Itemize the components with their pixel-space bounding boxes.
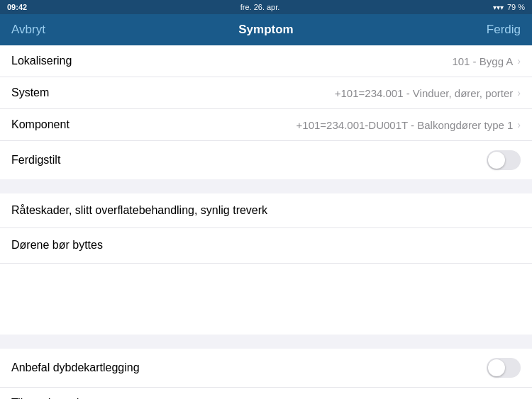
row-komponent[interactable]: Komponent +101=234.001-DU001T - Balkongd… bbox=[0, 109, 532, 141]
system-chevron: › bbox=[517, 87, 521, 99]
anbefal-toggle-knob bbox=[488, 359, 505, 376]
section-location: Lokalisering 101 - Bygg A › System +101=… bbox=[0, 45, 532, 179]
komponent-value: +101=234.001-DU001T - Balkongdører type … bbox=[297, 119, 521, 131]
row-lokalisering[interactable]: Lokalisering 101 - Bygg A › bbox=[0, 45, 532, 77]
row-anbefal[interactable]: Anbefal dybdekartlegging bbox=[0, 349, 532, 388]
symptom-text-2: Dørene bør byttes bbox=[11, 237, 521, 253]
status-bar: 09:42 fre. 26. apr. ▾▾▾ 79 % bbox=[0, 0, 532, 14]
text-row-2[interactable]: Dørene bør byttes bbox=[0, 228, 532, 263]
section-gap bbox=[0, 335, 532, 349]
nav-title: Symptom bbox=[61, 23, 471, 37]
done-button[interactable]: Ferdig bbox=[471, 23, 521, 37]
system-label: System bbox=[11, 86, 49, 99]
empty-text-area[interactable] bbox=[0, 264, 532, 335]
status-time: 09:42 bbox=[7, 3, 27, 11]
lokalisering-value: 101 - Bygg A › bbox=[452, 55, 521, 67]
content-area: Lokalisering 101 - Bygg A › System +101=… bbox=[0, 45, 532, 399]
wifi-icon: ▾▾▾ bbox=[493, 4, 504, 11]
section-text: Råteskader, slitt overflatebehandling, s… bbox=[0, 193, 532, 335]
row-system[interactable]: System +101=234.001 - Vinduer, dører, po… bbox=[0, 77, 532, 109]
status-right-icons: ▾▾▾ 79 % bbox=[493, 3, 525, 11]
section-assessment: Anbefal dybdekartlegging Tilstandsgrad T… bbox=[0, 349, 532, 399]
row-tilstandsgrad[interactable]: Tilstandsgrad TG2 Vesentlig avvik › bbox=[0, 388, 532, 399]
komponent-label: Komponent bbox=[11, 118, 70, 131]
lokalisering-chevron: › bbox=[517, 55, 521, 67]
ferdigstilt-label: Ferdigstilt bbox=[11, 154, 60, 167]
anbefal-label: Anbefal dybdekartlegging bbox=[11, 361, 140, 374]
komponent-chevron: › bbox=[517, 119, 521, 130]
nav-bar: Avbryt Symptom Ferdig bbox=[0, 14, 532, 45]
battery-level: 79 % bbox=[507, 3, 525, 11]
ferdigstilt-toggle[interactable] bbox=[487, 150, 521, 170]
cancel-button[interactable]: Avbryt bbox=[11, 23, 61, 37]
status-date: fre. 26. apr. bbox=[240, 3, 280, 11]
row-ferdigstilt[interactable]: Ferdigstilt bbox=[0, 141, 532, 179]
system-value: +101=234.001 - Vinduer, dører, porter › bbox=[335, 87, 521, 99]
symptom-text-1: Råteskader, slitt overflatebehandling, s… bbox=[11, 203, 521, 218]
lokalisering-label: Lokalisering bbox=[11, 55, 72, 67]
anbefal-toggle[interactable] bbox=[487, 358, 521, 378]
ferdigstilt-toggle-knob bbox=[488, 152, 505, 169]
text-row-1[interactable]: Råteskader, slitt overflatebehandling, s… bbox=[0, 193, 532, 228]
